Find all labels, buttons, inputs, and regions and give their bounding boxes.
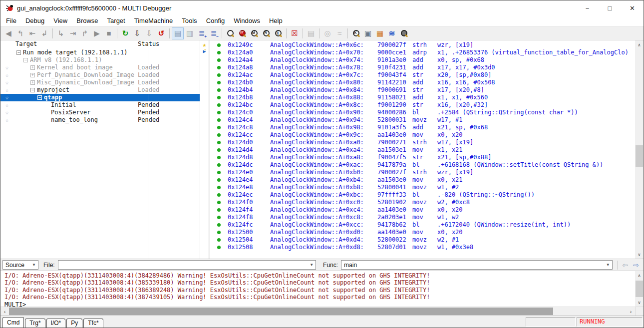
disasm-row-0x124c0[interactable]: 0x124c0AnalogClockWindow::A+0x90:9400028… — [210, 109, 635, 116]
file-combo[interactable]: ▼ — [58, 260, 316, 270]
breakpoint-dot-icon[interactable] — [217, 118, 221, 122]
disasm-row-0x12508[interactable]: 0x12508AnalogClockWindow::A+0xd8:52807d0… — [210, 244, 635, 251]
scroll-down-icon[interactable]: ∨ — [635, 298, 644, 307]
collapse-icon[interactable]: − — [37, 95, 42, 100]
breakpoint-dot-icon[interactable] — [217, 66, 221, 69]
breakpoint-dot-icon[interactable] — [217, 208, 221, 212]
scroll-up-icon[interactable]: ∧ — [635, 40, 644, 49]
breakpoint-dot-icon[interactable] — [217, 81, 221, 84]
expand-icon[interactable]: + — [30, 80, 35, 85]
signal-waveform-icon[interactable]: ≋ — [386, 27, 398, 39]
disasm-row-0x124b8[interactable]: 0x124b8AnalogClockWindow::A+0x88:9115802… — [210, 94, 635, 101]
methods-view-icon[interactable]: M — [248, 27, 260, 39]
breakpoint-dot-icon[interactable] — [217, 156, 221, 159]
breakpoint-dot-icon[interactable] — [217, 88, 221, 92]
scroll-right-icon[interactable]: › — [627, 307, 635, 316]
disasm-row-0x124f0[interactable]: 0x124f0AnalogClockWindow::A+0xc0:5280190… — [210, 199, 635, 206]
breakpoint-dot-icon[interactable] — [217, 223, 221, 227]
menu-item-browse[interactable]: Browse — [72, 16, 102, 25]
tree-row-qtapp[interactable]: ☆−qtapp — [0, 94, 200, 101]
flash-program-icon[interactable]: ⇩ — [143, 27, 155, 39]
breakpoint-dot-icon[interactable] — [217, 141, 221, 144]
disasm-row-0x124f4[interactable]: 0x124f4AnalogClockWindow::A+0xc4:aa1403e… — [210, 206, 635, 214]
menu-item-view[interactable]: View — [49, 16, 72, 25]
menu-item-debug[interactable]: Debug — [21, 16, 49, 25]
scroll-down-icon[interactable]: ∨ — [635, 250, 644, 259]
breakpoint-dot-icon[interactable] — [217, 96, 221, 99]
bookmark-star-icon[interactable]: ☆ — [0, 71, 13, 79]
source-view-icon[interactable]: ▥ — [184, 27, 196, 39]
examine-view-icon[interactable] — [224, 27, 236, 39]
disasm-row-0x124a0[interactable]: 0x124a0AnalogClockWindow::A+0x70:9000cce… — [210, 49, 635, 56]
scroll-thumb[interactable] — [9, 308, 553, 315]
breakpoint-dot-icon[interactable] — [217, 193, 221, 197]
tab-py[interactable]: Py — [66, 319, 82, 328]
console-hscrollbar[interactable]: ‹ › — [0, 307, 644, 316]
registers-view-icon[interactable]: R — [260, 27, 272, 39]
step-over-icon[interactable]: ↳ — [55, 27, 67, 39]
tree-row-runmodetarget19216811[interactable]: −Run mode target (192.168.1.1) — [0, 49, 200, 56]
bookmark-star-icon[interactable]: ☆ — [0, 64, 13, 71]
disasm-row-0x124d8[interactable]: 0x124d8AnalogClockWindow::A+0xa8:f90047f… — [210, 154, 635, 161]
scroll-thumb[interactable] — [636, 281, 643, 297]
disasm-row-0x124c8[interactable]: 0x124c8AnalogClockWindow::A+0x98:9101a3f… — [210, 124, 635, 131]
bookmark-star-icon[interactable]: ☆ — [0, 86, 13, 94]
interlace-collapse-icon[interactable]: ≣− — [208, 27, 220, 39]
disasm-row-0x124e4[interactable]: 0x124e4AnalogClockWindow::A+0xb4:aa1503e… — [210, 176, 635, 184]
breakpoint-dot-icon[interactable] — [217, 201, 221, 204]
tree-row-miscdynamicdownloadimage[interactable]: ☆+Misc_Dynamic_Download_ImageLoaded — [0, 79, 200, 86]
bookmark-star-icon[interactable]: ☆ — [0, 116, 13, 124]
disasm-row-0x124a8[interactable]: 0x124a8AnalogClockWindow::A+0x78:910f423… — [210, 64, 635, 71]
memory-grid-icon[interactable]: ▦ — [374, 27, 386, 39]
profile-icon[interactable]: ◎ — [322, 27, 333, 39]
menu-item-timemachine[interactable]: TimeMachine — [130, 16, 178, 25]
download-icon[interactable]: ⇩ — [131, 27, 143, 39]
disasm-row-0x124cc[interactable]: 0x124ccAnalogClockWindow::A+0x9c:aa1403e… — [210, 131, 635, 139]
breakpoint-dot-icon[interactable] — [217, 231, 221, 234]
disasm-row-0x124b4[interactable]: 0x124b4AnalogClockWindow::A+0x84:f900069… — [210, 86, 635, 94]
coverage-icon[interactable]: ≈ — [333, 27, 345, 39]
close-button[interactable]: ✕ — [621, 0, 644, 15]
maximize-button[interactable]: □ — [599, 0, 621, 15]
breakpoint-dot-icon[interactable] — [217, 43, 221, 47]
tab-io[interactable]: I/O* — [46, 319, 66, 328]
collapse-icon[interactable]: − — [30, 88, 35, 92]
disasm-row-0x124b0[interactable]: 0x124b0AnalogClockWindow::A+0x80:9114221… — [210, 79, 635, 86]
tree-row-kernelandbootimage[interactable]: ☆+Kernel and boot imageLoaded — [0, 64, 200, 71]
step-into-icon[interactable]: ⇥ — [67, 27, 79, 39]
bookmark-star-icon[interactable]: ☆ — [0, 109, 13, 116]
menu-item-help[interactable]: Help — [265, 16, 287, 25]
bookmark-star-icon[interactable]: ☆ — [0, 94, 13, 101]
disasm-row-0x1249c[interactable]: 0x1249cAnalogClockWindow::A+0x6c:7900027… — [210, 41, 635, 49]
scroll-up-icon[interactable]: ∧ — [635, 271, 644, 280]
interlace-expand-icon[interactable]: ≣+ — [196, 27, 208, 39]
go-icon[interactable]: ▶ — [91, 27, 103, 39]
menu-item-file[interactable]: File — [1, 16, 21, 25]
kernel-objects-icon[interactable]: K — [350, 27, 362, 39]
breakpoint-dot-icon[interactable] — [217, 238, 221, 242]
bookmark-star-icon[interactable]: ☆ — [0, 101, 13, 109]
breakpoint-dot-icon[interactable] — [217, 126, 221, 129]
menu-item-target[interactable]: Target — [103, 16, 130, 25]
console-scrollbar[interactable]: ∧ ∨ — [635, 271, 644, 307]
minimize-button[interactable]: − — [576, 0, 599, 15]
reverse-step-out-icon[interactable]: ↰ — [14, 27, 26, 39]
halt-icon[interactable]: ■ — [103, 27, 115, 39]
command-console[interactable]: I/O: Adreno-ESX(qtapp)(3311403008:4)(384… — [0, 271, 635, 307]
disassembly-scrollbar[interactable]: ∧ ∨ — [635, 40, 644, 259]
breakpoint-dot-icon[interactable] — [217, 246, 221, 249]
tab-tfc[interactable]: Tfc* — [83, 319, 103, 328]
scroll-left-icon[interactable]: ‹ — [0, 307, 9, 316]
disasm-row-0x12504[interactable]: 0x12504AnalogClockWindow::A+0xd4:5280002… — [210, 236, 635, 244]
tree-row-perfdynamicdownloadimage[interactable]: ☆+Perf_Dynamic_Download_ImageLoaded — [0, 71, 200, 79]
reverse-step-into-icon[interactable]: ⇤ — [26, 27, 38, 39]
breakpoint-dot-icon[interactable] — [217, 163, 221, 167]
disasm-row-0x124e8[interactable]: 0x124e8AnalogClockWindow::A+0xb8:5280004… — [210, 184, 635, 191]
multi-prompt[interactable]: MULTI> — [4, 301, 635, 307]
edit-source-icon[interactable]: ▤ — [305, 27, 317, 39]
tab-cmd[interactable]: Cmd — [2, 317, 24, 328]
breakpoint-dot-icon[interactable] — [217, 186, 221, 189]
disasm-row-0x124d4[interactable]: 0x124d4AnalogClockWindow::A+0xa4:aa1503e… — [210, 146, 635, 154]
tree-row-myproject[interactable]: ☆−myprojectLoaded — [0, 86, 200, 94]
breakpoint-dot-icon[interactable] — [217, 58, 221, 62]
